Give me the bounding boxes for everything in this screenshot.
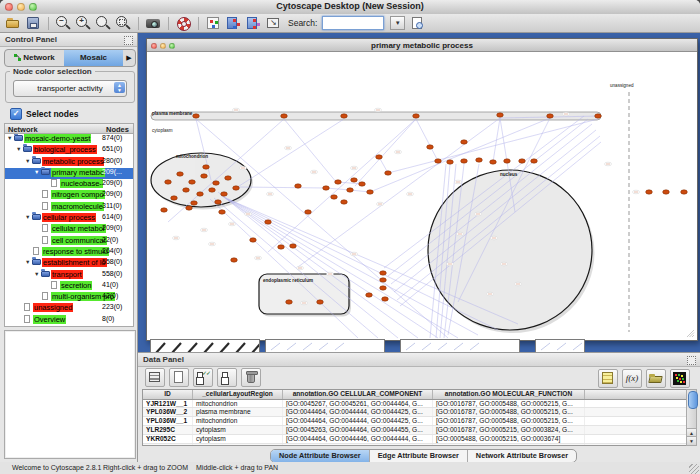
tree-item[interactable]: unassigned223(0) — [5, 303, 133, 314]
column-header[interactable]: ID — [143, 390, 193, 399]
network-node[interactable] — [317, 300, 324, 304]
search-dropdown-arrow[interactable]: ▼ — [390, 16, 405, 30]
table-cell[interactable]: YLR295C — [143, 426, 193, 434]
table-cell[interactable]: [GO:0044464, GO:0044444, GO:0044425, G..… — [283, 408, 433, 416]
network-node[interactable] — [197, 192, 204, 196]
tree-item[interactable]: ▼primary metabo209(... — [5, 168, 133, 179]
select-attributes-icon[interactable] — [193, 368, 213, 387]
network-node[interactable] — [278, 245, 285, 249]
network-node[interactable] — [177, 172, 184, 176]
table-cell[interactable]: YDR039C__1 — [143, 444, 193, 446]
table-cell[interactable]: cytoplasm — [193, 426, 283, 434]
network-node[interactable] — [335, 180, 342, 184]
network-node[interactable] — [209, 188, 216, 192]
network-node[interactable] — [376, 155, 383, 159]
tree-item[interactable]: ▼cellular process614(0) — [5, 213, 133, 224]
zoom-in-icon[interactable]: + — [76, 16, 91, 30]
tree-item[interactable]: nitrogen compo209(0) — [5, 190, 133, 201]
network-window-titlebar[interactable]: primary metabolic process — [147, 39, 697, 52]
table-row[interactable]: YKR052Ccytoplasm[GO:0044464, GO:0044446,… — [143, 435, 687, 444]
table-row[interactable]: YPL036W__1mitochondrion[GO:0044464, GO:0… — [143, 417, 687, 426]
network-canvas[interactable]: plasma membranecytoplasmmitochondrionnuc… — [148, 52, 695, 339]
tree-item[interactable]: secretion41(0) — [5, 281, 133, 292]
network-node[interactable] — [380, 286, 387, 290]
table-cell[interactable]: [GO:0016787, GO:0005488, GO:0005215, G..… — [433, 444, 585, 446]
expander-icon[interactable]: ▼ — [25, 259, 32, 265]
expander-icon[interactable]: ▼ — [34, 169, 41, 175]
tab-edge-attribute-browser[interactable]: Edge Attribute Browser — [370, 450, 468, 462]
import-attributes-icon[interactable] — [646, 369, 666, 388]
table-cell[interactable]: [GO:0045263, GO:0044464, GO:0044455, G..… — [283, 426, 433, 434]
network-node[interactable] — [476, 158, 483, 162]
table-row[interactable]: YLR295Ccytoplasm[GO:0045263, GO:0044464,… — [143, 426, 687, 435]
network-node[interactable] — [161, 208, 168, 212]
network-edge[interactable] — [222, 196, 438, 338]
network-node[interactable] — [646, 190, 653, 194]
tree-item[interactable]: ▼transport558(0) — [5, 270, 133, 281]
network-node[interactable] — [359, 182, 366, 186]
unselect-attributes-icon[interactable] — [217, 368, 237, 387]
zoom-fit-icon[interactable] — [116, 16, 131, 30]
table-cell[interactable]: YPL036W__2 — [143, 408, 193, 416]
network-edge[interactable] — [379, 157, 388, 173]
network-node[interactable] — [213, 181, 220, 185]
table-cell[interactable]: [GO:0044464, GO:0044444, GO:0044425, G..… — [283, 417, 433, 425]
apply-layout-alt-icon[interactable] — [246, 16, 261, 30]
tab-network[interactable]: Network — [5, 50, 64, 66]
tree-item[interactable]: Overview8(0) — [5, 315, 133, 326]
new-attribute-icon[interactable] — [169, 368, 189, 387]
attribute-table[interactable]: ID_cellularLayoutRegionannotation.GO CEL… — [142, 389, 688, 446]
table-cell[interactable]: mitochondrion — [193, 400, 283, 408]
network-edge[interactable] — [493, 118, 500, 162]
network-edge[interactable] — [326, 188, 350, 190]
network-node[interactable] — [366, 293, 373, 297]
network-edge[interactable] — [388, 119, 598, 173]
open-session-icon[interactable] — [6, 16, 21, 30]
zoom-selected-icon[interactable] — [96, 16, 111, 30]
network-node[interactable] — [290, 244, 297, 248]
formula-builder-icon[interactable]: f(x) — [622, 369, 642, 388]
network-node[interactable] — [461, 159, 468, 163]
network-node[interactable] — [265, 220, 272, 224]
attribute-grid-icon[interactable] — [145, 368, 165, 387]
network-node[interactable] — [504, 159, 511, 163]
resize-grip[interactable] — [689, 464, 699, 474]
expander-icon[interactable]: ▼ — [25, 158, 32, 164]
network-node[interactable] — [295, 184, 302, 188]
network-node[interactable] — [323, 186, 330, 190]
table-cell[interactable]: YPL036W__1 — [143, 417, 193, 425]
table-row[interactable]: YDR039C__1mitochondrion[GO:0044464, GO:0… — [143, 444, 687, 446]
tab-node-attribute-browser[interactable]: Node Attribute Browser — [271, 450, 370, 462]
table-row[interactable]: YJR121W__1mitochondrion[GO:0045267, GO:0… — [143, 400, 687, 409]
tree-item[interactable]: ▼biological_process651(0) — [5, 145, 133, 156]
network-node[interactable] — [305, 210, 312, 214]
table-cell[interactable]: cytoplasm — [193, 435, 283, 443]
table-cell[interactable]: YJR121W__1 — [143, 400, 193, 408]
network-edge[interactable] — [214, 198, 378, 338]
more-tabs-arrow-icon[interactable]: ▶ — [123, 50, 135, 66]
background-windows[interactable] — [138, 339, 700, 352]
network-edge[interactable] — [210, 199, 358, 338]
network-node[interactable] — [231, 258, 238, 262]
network-node[interactable] — [663, 190, 670, 194]
float-panel-icon[interactable] — [687, 356, 696, 365]
snapshot-icon[interactable] — [146, 16, 161, 30]
save-session-icon[interactable] — [26, 16, 41, 30]
tree-item[interactable]: cell communicat22(0) — [5, 236, 133, 247]
expander-icon[interactable]: ▼ — [7, 135, 14, 141]
network-node[interactable] — [380, 271, 387, 275]
table-cell[interactable]: [GO:0016787, GO:0005488, GO:0005215, G..… — [433, 408, 585, 416]
tree-item[interactable]: nucleobase-209(0) — [5, 179, 133, 190]
node-color-dropdown[interactable]: transporter activity ▲▼ — [13, 80, 127, 97]
table-cell[interactable]: [GO:0045267, GO:0045261, GO:0044464, G..… — [283, 400, 433, 408]
network-node[interactable] — [435, 159, 442, 163]
column-header[interactable]: annotation.GO MOLECULAR_FUNCTION — [433, 390, 585, 399]
network-node[interactable] — [171, 196, 178, 200]
tab-mosaic[interactable]: Mosaic — [64, 50, 123, 66]
background-window-edge[interactable] — [150, 339, 260, 352]
create-network-icon[interactable] — [206, 16, 221, 30]
table-cell[interactable]: mitochondrion — [193, 417, 283, 425]
network-node[interactable] — [250, 238, 257, 242]
tree-item[interactable]: multi-organism pro42(0) — [5, 292, 133, 303]
network-node[interactable] — [341, 200, 348, 204]
